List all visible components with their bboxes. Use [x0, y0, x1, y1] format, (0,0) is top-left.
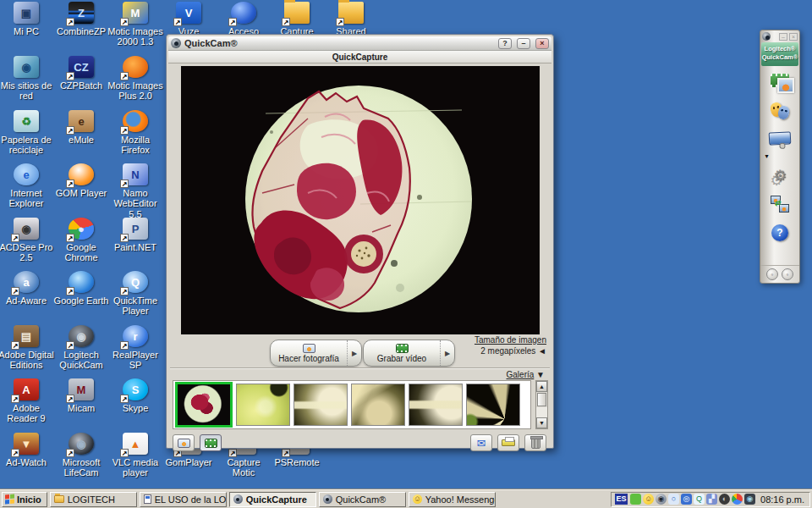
- print-button[interactable]: [497, 434, 519, 451]
- gallery-swap-dock-button[interactable]: ⇄: [763, 190, 797, 218]
- desktop-icon-vlc-media-player[interactable]: ▲↗VLC media player: [107, 433, 164, 478]
- thumb-microscope-tissue[interactable]: [175, 382, 233, 428]
- desktop-icon-paint-net[interactable]: P↗Paint.NET: [107, 218, 164, 252]
- scroll-down-button[interactable]: ▼: [536, 417, 547, 428]
- scroll-up-button[interactable]: ▲: [536, 381, 547, 392]
- task-logitech[interactable]: LOGITECH: [50, 492, 137, 507]
- desktop-icon-label: Skype: [107, 403, 164, 413]
- desktop-icon-mozilla-firefox[interactable]: ↗Mozilla Firefox: [107, 110, 164, 156]
- dock-expand-arrow[interactable]: ▼: [760, 152, 799, 161]
- internet-explorer-icon: e: [14, 163, 39, 185]
- filter-photos-button[interactable]: [173, 434, 195, 451]
- tray-camera[interactable]: ◉: [744, 494, 755, 505]
- settings-dock-button[interactable]: ⚙: [763, 161, 797, 190]
- tray-swirl[interactable]: ◐: [719, 494, 730, 505]
- desktop-icon-quicktime-player[interactable]: Q↗QuickTime Player: [107, 271, 164, 317]
- task-quickcam[interactable]: QuickCam®: [319, 492, 406, 507]
- scrollbar-thumb[interactable]: [537, 393, 546, 406]
- take-photo-button[interactable]: Hacer fotografía ▶: [270, 340, 362, 367]
- tray-search[interactable]: ○: [668, 494, 679, 505]
- desktop-icon-acdsee-pro[interactable]: ◉↗ACDSee Pro 2.5: [0, 218, 55, 263]
- desktop-icon-vuze[interactable]: V↗Vuze: [160, 2, 217, 36]
- dock-minimize-button[interactable]: –: [779, 33, 787, 41]
- task-quickcapture[interactable]: QuickCapture: [229, 492, 316, 507]
- take-photo-options-arrow[interactable]: ▶: [347, 340, 361, 366]
- desktop-icon-label: VLC media player: [107, 457, 164, 478]
- desktop-icon-czpbatch[interactable]: CZ↗CZPBatch: [52, 56, 110, 91]
- desktop-icon-motic-images-plus[interactable]: ↗Motic Images Plus 2.0: [107, 56, 164, 102]
- desktop-icon-micam[interactable]: M↗Micam: [52, 378, 110, 413]
- start-button[interactable]: Inicio: [2, 492, 47, 507]
- desktop-icon-mi-pc[interactable]: ▣Mi PC: [0, 2, 55, 36]
- tray-torrent[interactable]: ◎: [681, 494, 692, 505]
- delete-button[interactable]: [524, 434, 546, 451]
- desktop-icon-microsoft-lifecam[interactable]: ◉↗Microsoft LifeCam: [52, 433, 110, 478]
- thumb-specimen-4[interactable]: [351, 384, 405, 426]
- whiteboard-dock-button[interactable]: [763, 124, 797, 152]
- thumb-specimen-3[interactable]: [294, 384, 348, 426]
- desktop-icon-gom-player[interactable]: ↗GOM Player: [52, 163, 110, 198]
- tray-green-agent[interactable]: [630, 494, 641, 505]
- dock-audio-button[interactable]: ◦: [766, 268, 778, 280]
- desktop-icon-google-chrome[interactable]: ●↗Google Chrome: [52, 218, 110, 263]
- desktop-icon-ad-aware[interactable]: a↗Ad-Aware: [0, 271, 55, 306]
- shortcut-arrow-badge: ↗: [11, 287, 19, 295]
- tray-quicktime[interactable]: Q: [694, 494, 705, 505]
- task-el-uso-doc[interactable]: EL USO de la LO...: [140, 492, 227, 507]
- desktop-icon-capture-folder[interactable]: ↗Capture: [268, 2, 326, 36]
- tragedy-mask-icon: [776, 105, 790, 120]
- desktop-icon-label: Motic Images Plus 2.0: [107, 80, 164, 102]
- desktop-icon-papelera-reciclaje[interactable]: ♻Papelera de reciclaje: [0, 110, 55, 156]
- email-button[interactable]: ✉: [470, 434, 492, 451]
- desktop-icon-namo-webeditor[interactable]: N↗Namo WebEditor 5.5: [107, 163, 164, 219]
- desktop-icon-google-earth[interactable]: ↗Google Earth: [52, 271, 110, 306]
- thumb-specimen-2[interactable]: [236, 384, 290, 426]
- logitech-quickcam-icon: ◉↗: [69, 325, 94, 347]
- gallery-label[interactable]: Galería ▼: [507, 370, 545, 379]
- close-button[interactable]: ×: [535, 38, 549, 49]
- task-yahoo-messenger[interactable]: ☺Yahoo! Messenger: [409, 492, 496, 507]
- tray-msn[interactable]: ▞: [706, 494, 717, 505]
- desktop-icon-emule[interactable]: e↗eMule: [52, 110, 110, 145]
- ad-aware-icon: a↗: [14, 271, 39, 293]
- tray-webcam[interactable]: ◉: [656, 494, 667, 505]
- desktop-icon-realplayer-sp[interactable]: r↗RealPlayer SP: [107, 325, 164, 371]
- size-collapse-arrow[interactable]: ◄: [538, 346, 546, 356]
- logo-line-2: QuickCam®: [761, 53, 798, 62]
- dock-titlebar[interactable]: – ×: [760, 30, 799, 42]
- adobe-digital-editions-icon: ▤↗: [14, 325, 39, 347]
- window-titlebar[interactable]: QuickCam® ? – ×: [168, 36, 551, 51]
- record-video-options-arrow[interactable]: ▶: [440, 340, 454, 366]
- quickcapture-dock-button[interactable]: [763, 66, 797, 95]
- desktop-icon-adobe-digital-editions[interactable]: ▤↗Adobe Digital Editions: [0, 325, 55, 371]
- help-button[interactable]: ?: [498, 38, 512, 49]
- desktop-icon-adobe-reader-9[interactable]: A↗Adobe Reader 9: [0, 378, 55, 424]
- quickcapture-header: QuickCapture: [168, 51, 551, 64]
- desktop-icon-internet-explorer[interactable]: eInternet Explorer: [0, 163, 55, 209]
- dock-camera-button[interactable]: ◦: [782, 268, 793, 280]
- desktop-icon-combinezp[interactable]: Z↗CombineZP: [52, 2, 110, 36]
- desktop-icon-mis-sitios-de-red[interactable]: ◉Mis sitios de red: [0, 56, 55, 102]
- desktop-icon-logitech-quickcam[interactable]: ◉↗Logitech QuickCam: [52, 325, 110, 371]
- help-dock-button[interactable]: ?: [763, 218, 797, 247]
- image-size-info: Tamaño de imagen 2 megapíxeles ◄: [475, 335, 546, 356]
- desktop-icon-skype[interactable]: S↗Skype: [107, 378, 164, 413]
- desktop-icon-label: Paint.NET: [107, 242, 164, 252]
- gallery-collapse-arrow[interactable]: ▼: [536, 370, 545, 379]
- desktop-icon-shared-folder[interactable]: ↗Shared: [322, 2, 380, 36]
- desktop-icon-ad-watch[interactable]: ▼↗Ad-Watch: [0, 433, 55, 467]
- thumb-specimen-5[interactable]: [409, 384, 463, 426]
- desktop-icon-acceso[interactable]: ↗Acceso: [215, 2, 272, 36]
- gallery-scrollbar[interactable]: ▲ ▼: [535, 380, 548, 429]
- desktop-icon-motic-images-2000[interactable]: M↗Motic Images 2000 1.3: [107, 2, 164, 47]
- record-video-button[interactable]: Grabar vídeo ▶: [363, 340, 455, 367]
- video-effects-dock-button[interactable]: [763, 95, 797, 124]
- thumb-specimen-6[interactable]: [466, 384, 520, 426]
- logo-line-1: Logitech®: [761, 45, 798, 53]
- tray-chrome[interactable]: [732, 494, 743, 505]
- language-indicator[interactable]: ES: [615, 494, 628, 505]
- minimize-button[interactable]: –: [517, 38, 530, 49]
- dock-close-button[interactable]: ×: [789, 33, 798, 41]
- tray-yahoo-smiley[interactable]: ☺: [643, 494, 654, 505]
- filter-videos-button[interactable]: [200, 434, 222, 451]
